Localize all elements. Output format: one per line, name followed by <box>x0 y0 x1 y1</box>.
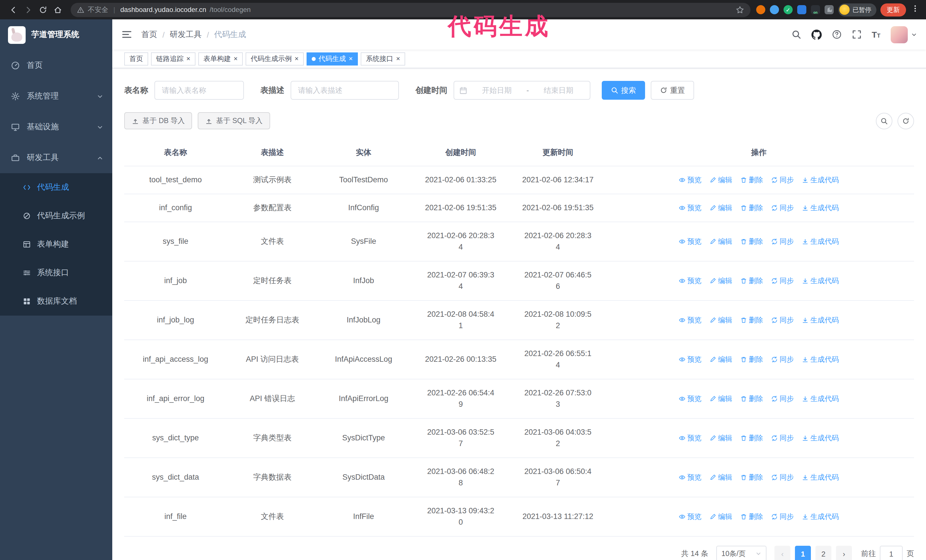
generate-code-link[interactable]: 生成代码 <box>802 432 839 444</box>
close-icon[interactable]: × <box>234 55 238 62</box>
edit-link[interactable]: 编辑 <box>710 202 732 214</box>
delete-link[interactable]: 删除 <box>740 511 763 522</box>
generate-code-link[interactable]: 生成代码 <box>802 314 839 326</box>
text-size-icon[interactable]: TT <box>872 30 881 39</box>
reset-button[interactable]: 重置 <box>651 81 694 100</box>
delete-link[interactable]: 删除 <box>740 174 763 186</box>
delete-link[interactable]: 删除 <box>740 275 763 287</box>
sidebar-item-system-api[interactable]: 系统接口 <box>0 259 112 287</box>
dark-on-extension-icon[interactable]: on <box>811 5 820 14</box>
close-icon[interactable]: × <box>396 55 400 62</box>
browser-home-icon[interactable] <box>50 2 65 17</box>
generate-code-link[interactable]: 生成代码 <box>802 174 839 186</box>
blue-drop-extension-icon[interactable] <box>770 5 779 14</box>
preview-link[interactable]: 预览 <box>679 275 702 287</box>
sync-link[interactable]: 同步 <box>771 314 794 326</box>
sidebar-item-database-doc[interactable]: 数据库文档 <box>0 287 112 315</box>
sidebar-item-form-builder[interactable]: 表单构建 <box>0 230 112 259</box>
breadcrumb-home[interactable]: 首页 <box>141 29 157 39</box>
github-icon[interactable] <box>811 29 822 39</box>
sidebar-toggle-icon[interactable] <box>121 29 132 40</box>
blue-square-extension-icon[interactable] <box>797 5 806 14</box>
sync-link[interactable]: 同步 <box>771 236 794 247</box>
browser-update-button[interactable]: 更新 <box>881 3 906 16</box>
browser-address-bar[interactable]: 不安全 | dashboard.yudao.iocoder.cn /tool/c… <box>71 3 750 17</box>
fullscreen-icon[interactable] <box>852 30 861 39</box>
goto-page-input[interactable] <box>880 546 903 560</box>
edit-link[interactable]: 编辑 <box>710 432 732 444</box>
generate-code-link[interactable]: 生成代码 <box>802 393 839 405</box>
page-size-select[interactable]: 10条/页 <box>716 546 766 560</box>
tag-home[interactable]: 首页 <box>124 52 148 65</box>
preview-link[interactable]: 预览 <box>679 354 702 365</box>
sidebar-item-system-management[interactable]: 系统管理 <box>0 81 112 112</box>
generate-code-link[interactable]: 生成代码 <box>802 202 839 214</box>
import-from-sql-button[interactable]: 基于 SQL 导入 <box>198 112 270 129</box>
edit-link[interactable]: 编辑 <box>710 472 732 483</box>
close-icon[interactable]: × <box>295 55 299 62</box>
search-button[interactable]: 搜索 <box>602 81 645 100</box>
delete-link[interactable]: 删除 <box>740 236 763 247</box>
edit-link[interactable]: 编辑 <box>710 275 732 287</box>
question-icon[interactable] <box>832 30 841 39</box>
preview-link[interactable]: 预览 <box>679 432 702 444</box>
puzzle-extensions-icon[interactable] <box>825 5 834 14</box>
edit-link[interactable]: 编辑 <box>710 393 732 405</box>
edit-link[interactable]: 编辑 <box>710 314 732 326</box>
table-desc-input[interactable] <box>291 81 399 100</box>
preview-link[interactable]: 预览 <box>679 236 702 247</box>
generate-code-link[interactable]: 生成代码 <box>802 275 839 287</box>
edit-link[interactable]: 编辑 <box>710 236 732 247</box>
close-icon[interactable]: × <box>349 55 353 62</box>
delete-link[interactable]: 删除 <box>740 432 763 444</box>
edit-link[interactable]: 编辑 <box>710 511 732 522</box>
toggle-search-button[interactable] <box>876 113 893 129</box>
preview-link[interactable]: 预览 <box>679 393 702 405</box>
sync-link[interactable]: 同步 <box>771 275 794 287</box>
user-menu[interactable] <box>891 26 917 43</box>
edit-link[interactable]: 编辑 <box>710 174 732 186</box>
create-time-range-picker[interactable]: 开始日期 - 结束日期 <box>454 81 590 100</box>
delete-link[interactable]: 删除 <box>740 314 763 326</box>
browser-back-icon[interactable] <box>6 2 21 17</box>
generate-code-link[interactable]: 生成代码 <box>802 236 839 247</box>
page-2-button[interactable]: 2 <box>816 546 831 560</box>
generate-code-link[interactable]: 生成代码 <box>802 511 839 522</box>
sync-link[interactable]: 同步 <box>771 354 794 365</box>
next-page-button[interactable]: › <box>836 546 852 560</box>
sidebar-item-code-generation[interactable]: 代码生成 <box>0 173 112 202</box>
tag-codegen-example[interactable]: 代码生成示例× <box>246 52 304 65</box>
delete-link[interactable]: 删除 <box>740 393 763 405</box>
delete-link[interactable]: 删除 <box>740 202 763 214</box>
delete-link[interactable]: 删除 <box>740 472 763 483</box>
preview-link[interactable]: 预览 <box>679 174 702 186</box>
generate-code-link[interactable]: 生成代码 <box>802 354 839 365</box>
refresh-table-button[interactable] <box>897 113 914 129</box>
sync-link[interactable]: 同步 <box>771 393 794 405</box>
close-icon[interactable]: × <box>186 55 190 62</box>
sync-link[interactable]: 同步 <box>771 174 794 186</box>
green-check-extension-icon[interactable]: ✓ <box>784 5 793 14</box>
browser-profile-chip[interactable]: 已暂停 <box>838 3 876 16</box>
browser-reload-icon[interactable] <box>35 2 50 17</box>
preview-link[interactable]: 预览 <box>679 314 702 326</box>
page-1-button[interactable]: 1 <box>795 546 811 560</box>
breadcrumb-dev-tools[interactable]: 研发工具 <box>170 29 202 39</box>
bookmark-star-icon[interactable] <box>736 5 744 14</box>
sync-link[interactable]: 同步 <box>771 202 794 214</box>
preview-link[interactable]: 预览 <box>679 202 702 214</box>
preview-link[interactable]: 预览 <box>679 472 702 483</box>
browser-menu-icon[interactable] <box>910 5 920 15</box>
sidebar-item-code-generation-example[interactable]: 代码生成示例 <box>0 202 112 230</box>
sync-link[interactable]: 同步 <box>771 511 794 522</box>
sidebar-item-home[interactable]: 首页 <box>0 50 112 81</box>
tag-codegen-active[interactable]: 代码生成× <box>307 52 358 65</box>
orange-extension-icon[interactable] <box>756 5 765 14</box>
generate-code-link[interactable]: 生成代码 <box>802 472 839 483</box>
browser-forward-icon[interactable] <box>21 2 35 17</box>
sidebar-item-infrastructure[interactable]: 基础设施 <box>0 112 112 142</box>
edit-link[interactable]: 编辑 <box>710 354 732 365</box>
prev-page-button[interactable]: ‹ <box>775 546 790 560</box>
tag-tracing[interactable]: 链路追踪× <box>151 52 195 65</box>
sync-link[interactable]: 同步 <box>771 432 794 444</box>
